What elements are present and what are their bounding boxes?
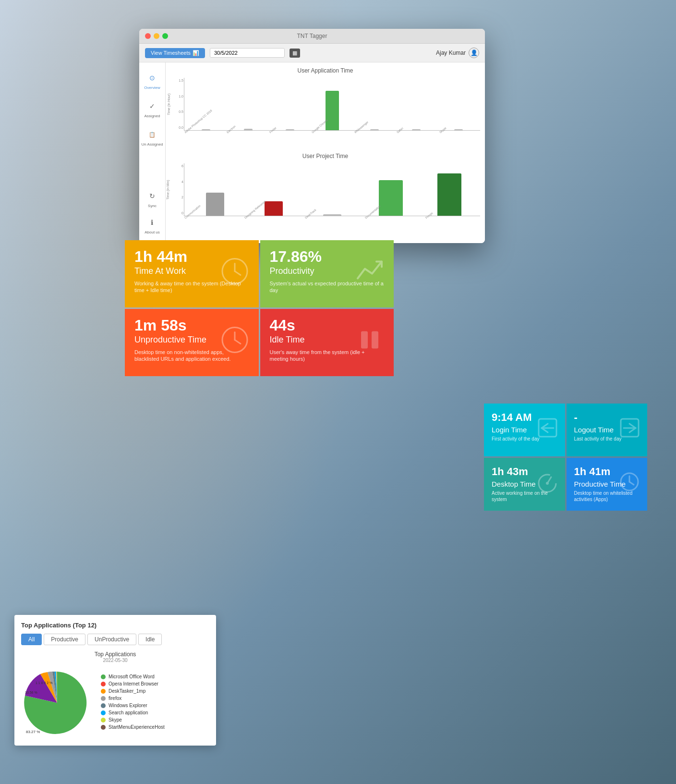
legend-dot-opera [101,682,106,686]
svg-line-21 [629,482,634,485]
info-card-desktop: 1h 43m Desktop Time Active working time … [484,458,565,511]
sidebar-label-about: About us [145,230,160,234]
y-tick-2a: 1.0 [171,95,183,98]
clock-icon [220,257,249,291]
y-tick-3b: 2 [171,196,183,199]
legend-dot-startmenu [101,725,106,730]
chart2-title: User Project Time [170,153,480,159]
timesheets-icon: 📊 [193,50,199,56]
stat-card-time-at-work: 1h 44m Time At Work Working & away time … [125,240,259,307]
chart-user-project-time: User Project Time 6 4 2 0 Time (In Min) [170,153,480,231]
date-input[interactable] [210,48,285,58]
pie-label-main: 83.27 % [26,730,40,734]
y-tick-3a: 0.5 [171,110,183,113]
minimize-button[interactable] [154,33,159,39]
y-tick-4a: 0.0 [171,126,183,129]
user-avatar-icon: 👤 [469,48,479,58]
apps-legend: Microsoft Office Word Opera Internet Bro… [101,674,209,732]
pie-label-tertiary: 1 1 0 0 2 % [36,681,52,685]
filter-idle[interactable]: Idle [138,634,162,645]
pie-area: 83.27 % 10.56 % 1 1 0 0 2 % Microsoft Of… [21,667,209,739]
legend-label-startmenu: StartMenuExperienceHost [109,724,165,730]
info-card-productive: 1h 41m Productive Time Desktop time on w… [567,458,648,511]
sidebar-item-overview[interactable]: ⊙ Overview [139,67,165,94]
charts-area: User Application Time 1.5 1.0 0.5 0.0 Ti… [166,62,485,243]
legend-label-word: Microsoft Office Word [109,674,155,679]
app-window: TNT Tagger View Timesheets 📊 ▦ Ajay Kuma… [139,29,485,243]
stats-cards-grid: 1h 44m Time At Work Working & away time … [125,240,394,376]
sidebar-label-sync: Sync [148,204,157,208]
window-content: ⊙ Overview ✓ Assigned 📋 Un Assigned ↻ Sy… [139,62,485,243]
top-applications-panel: Top Applications (Top 12) All Productive… [14,615,216,746]
legend-dot-word [101,674,106,679]
legend-dot-skype-app [101,718,106,723]
y-tick-1b: 6 [171,164,183,168]
top-apps-title: Top Applications (Top 12) [21,622,209,629]
sidebar-item-sync[interactable]: ↻ Sync [143,185,162,212]
login-icon [537,417,558,443]
sidebar-label-unassigned: Un Assigned [142,142,163,147]
stat-card-idle: 44s Idle Time User's away time from the … [260,309,394,376]
chart2-y-label: Time (In Min) [166,180,169,199]
overview-icon: ⊙ [145,71,159,85]
apps-chart-title: Top Applications [21,651,209,658]
legend-desktasker: DeskTasker_1mp [101,688,209,694]
filter-unproductive[interactable]: UnProductive [87,634,136,645]
filter-tabs: All Productive UnProductive Idle [21,634,209,645]
user-name: Ajay Kumar 👤 [436,48,479,58]
trending-up-icon [355,257,384,291]
calendar-button[interactable]: ▦ [290,49,300,58]
stat-card-unproductive: 1m 58s Unproductive Time Desktop time on… [125,309,259,376]
apps-chart-date: 2022-05-30 [21,658,209,663]
window-titlebar: TNT Tagger [139,29,485,44]
legend-dot-desktasker [101,689,106,694]
unassigned-icon: 📋 [145,128,159,141]
legend-skype-app: Skype [101,717,209,723]
pause-icon [355,326,384,360]
legend-label-firefox: firefox [109,696,121,701]
clock-icon-2 [220,326,249,360]
legend-label-search: Search application [109,710,148,715]
about-icon: ℹ [145,216,159,229]
filter-all[interactable]: All [21,634,42,645]
speedometer-icon [537,471,558,497]
legend-label-skype-app: Skype [109,717,122,723]
y-tick-4b: 0 [171,211,183,215]
chart2-x-labels: Communication Designing Reference DeskTr… [170,217,480,231]
window-toolbar: View Timesheets 📊 ▦ Ajay Kumar 👤 [139,44,485,62]
window-controls [145,33,168,39]
sidebar-item-about[interactable]: ℹ About us [143,212,162,238]
legend-label-opera: Opera Internet Browser [109,681,158,686]
maximize-button[interactable] [162,33,168,39]
sidebar-item-unassigned[interactable]: 📋 Un Assigned [139,124,165,150]
legend-word: Microsoft Office Word [101,674,209,679]
chart1-y-label: Time (In Hour) [167,93,170,115]
filter-productive[interactable]: Productive [44,634,85,645]
legend-label-explorer: Windows Explorer [109,703,147,708]
stat-card-productivity: 17.86% Productivity System's actual vs e… [260,240,394,307]
close-button[interactable] [145,33,151,39]
pie-chart: 83.27 % 10.56 % 1 1 0 0 2 % [21,667,93,739]
info-card-logout: - Logout Time Last activity of the day [567,404,648,456]
sidebar-item-assigned[interactable]: ✓ Assigned [139,96,165,122]
chart1-title: User Application Time [170,67,480,74]
y-tick-1a: 1.5 [171,79,183,82]
legend-opera: Opera Internet Browser [101,681,209,686]
sidebar-label-assigned: Assigned [145,114,160,118]
clock-icon-3 [619,471,640,497]
view-timesheets-button[interactable]: View Timesheets 📊 [145,48,205,58]
legend-dot-firefox [101,696,106,701]
svg-line-2 [235,271,241,275]
legend-search: Search application [101,710,209,715]
info-card-login: 9:14 AM Login Time First activity of the… [484,404,565,456]
legend-explorer: Windows Explorer [101,703,209,708]
legend-startmenu: StartMenuExperienceHost [101,724,209,730]
logout-icon [619,417,640,443]
legend-label-desktasker: DeskTasker_1mp [109,688,145,694]
window-title: TNT Tagger [297,33,327,39]
sidebar-bottom: ↻ Sync ℹ About us [143,185,162,238]
svg-rect-7 [372,331,378,349]
sidebar: ⊙ Overview ✓ Assigned 📋 Un Assigned ↻ Sy… [139,62,166,243]
svg-rect-6 [361,331,368,349]
chart-user-application-time: User Application Time 1.5 1.0 0.5 0.0 Ti… [170,67,480,145]
